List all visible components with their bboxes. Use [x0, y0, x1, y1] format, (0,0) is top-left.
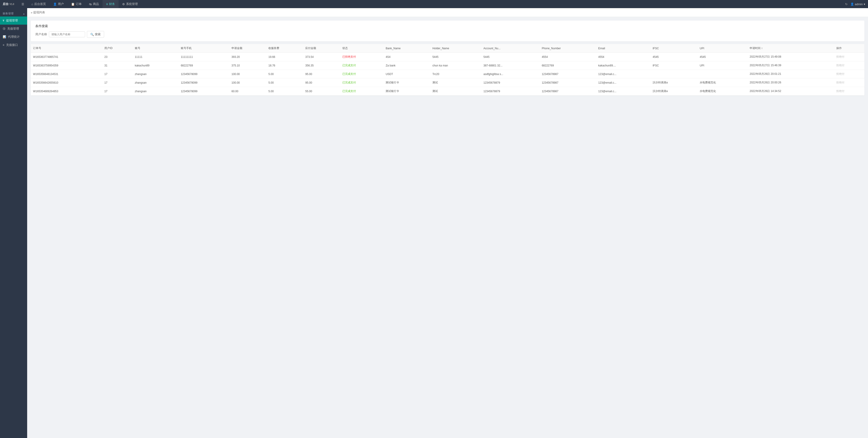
table-row: W165354689264853 17 zhangsan 12345678099…	[31, 87, 864, 96]
cell-status: 已完成支付	[340, 87, 383, 96]
api-icon: ≡	[3, 43, 4, 46]
nav-system[interactable]: ⚙ 系统管理	[119, 0, 142, 8]
cell-account: 11111	[133, 53, 179, 61]
admin-user-icon: 👤	[850, 2, 854, 6]
cell-bank-name: 4S4	[383, 53, 430, 61]
cell-apply-time: 2022年05月26日 20:00:26	[747, 78, 834, 87]
cell-ifsc: 沃尔特滴滴a	[650, 78, 698, 87]
nav-users[interactable]: 👤 用户	[50, 0, 67, 8]
cell-user-id: 17	[102, 87, 132, 96]
cell-payable: 95.00	[303, 70, 340, 78]
cell-phone: 12345678099	[179, 78, 229, 87]
cell-apply-amount: 393.20	[229, 53, 266, 61]
col-payable: 应付金额	[303, 44, 340, 53]
cell-account-no: 12345678879	[481, 78, 540, 87]
nav-orders[interactable]: 📋 订单	[67, 0, 85, 8]
cell-upi: UPI	[698, 61, 747, 70]
col-status: 状态	[340, 44, 383, 53]
cell-ifsc: IFSC	[650, 61, 698, 70]
cell-apply-time: 2022年05月27日 15:46:39	[747, 61, 834, 70]
cell-service-fee: 5.00	[266, 87, 303, 96]
cell-service-fee: 19.66	[266, 53, 303, 61]
col-phone-number: Phone_Number	[539, 44, 596, 53]
sidebar-item-recharge[interactable]: Ⓑ 充值管理	[0, 25, 27, 33]
action-link[interactable]: 拒绝付	[836, 90, 844, 93]
admin-info[interactable]: 👤 admin ▾	[850, 2, 865, 6]
sidebar-item-recharge-api[interactable]: ≡ 充值接口	[0, 41, 27, 49]
action-link[interactable]: 拒绝付	[836, 64, 844, 67]
top-nav: 后台 V1.0 ☰ ⌂ 后台首页 👤 用户 📋 订单 🛍 商品 ¥ 财务 ⚙ 系…	[0, 0, 868, 8]
cell-order-id: W165354689264853	[31, 87, 102, 96]
col-phone: 账号手机	[179, 44, 229, 53]
sidebar-item-withdrawal[interactable]: ¥ 提现管理	[0, 16, 27, 25]
search-button[interactable]: 🔍 搜索	[87, 31, 104, 38]
finance-icon: ¥	[106, 2, 108, 6]
cell-payable: 373.54	[303, 53, 340, 61]
cell-phone-number: 68222769	[539, 61, 596, 70]
user-icon: 👤	[53, 2, 57, 6]
app-version: V1.0	[9, 3, 14, 5]
content-area: 条件搜索 用户名称 🔍 搜索 订单号 用户ID	[27, 17, 868, 438]
cell-action: 拒绝付	[834, 61, 864, 70]
cell-apply-amount: 100.00	[229, 70, 266, 78]
cell-email: 4554	[596, 53, 650, 61]
col-service-fee: 收服务费	[266, 44, 303, 53]
cell-account-no: 387-68801 32...	[481, 61, 540, 70]
cell-order-id: W165363774865741	[31, 53, 102, 61]
breadcrumb-current: 提现列表	[33, 10, 45, 14]
cell-apply-time: 2022年05月26日 14:34:52	[747, 87, 834, 96]
refresh-icon[interactable]: ↻	[845, 2, 848, 6]
cell-service-fee: 18.76	[266, 61, 303, 70]
table-body: W165363774865741 23 11111 11111111 393.2…	[31, 53, 864, 96]
nav-goods[interactable]: 🛍 商品	[85, 0, 102, 8]
username-label: 用户名称	[35, 32, 47, 36]
col-order-id: 订单号	[31, 44, 102, 53]
sidebar: 财务管理 ▴ ¥ 提现管理 Ⓑ 充值管理 📊 代理统计 ≡ 充值接口	[0, 8, 27, 438]
col-ifsc: IFSC	[650, 44, 698, 53]
cell-user-id: 17	[102, 70, 132, 78]
chevron-up-icon: ▴	[23, 12, 25, 15]
col-account-no: Account_Nu...	[481, 44, 540, 53]
nav-home[interactable]: ⌂ 后台首页	[28, 0, 50, 8]
goods-icon: 🛍	[89, 2, 92, 6]
cell-phone: 11111111	[179, 53, 229, 61]
chevron-down-icon: ▾	[864, 2, 865, 6]
cell-upi: 水电费规范化	[698, 78, 747, 87]
breadcrumb: » 提现列表	[27, 8, 868, 17]
cell-holder-name: 5445	[430, 53, 481, 61]
col-email: Email	[596, 44, 650, 53]
nav-finance[interactable]: ¥ 财务	[102, 0, 118, 8]
chart-icon: 📊	[3, 35, 6, 38]
username-input[interactable]	[49, 31, 85, 37]
action-link[interactable]: 拒绝付	[836, 72, 844, 75]
cell-service-fee: 5.00	[266, 70, 303, 78]
sidebar-group-finance[interactable]: 财务管理 ▴	[0, 10, 27, 16]
cell-status: 已完成支付	[340, 61, 383, 70]
cell-order-id: W165356648134531	[31, 70, 102, 78]
search-card: 条件搜索 用户名称 🔍 搜索	[31, 21, 864, 41]
app-name: 后台	[3, 2, 9, 6]
action-link[interactable]: 拒绝付	[836, 55, 844, 58]
admin-label: admin	[855, 2, 863, 6]
search-btn-label: 搜索	[95, 32, 101, 36]
table-header-row: 订单号 用户ID 账号 账号手机 申请金额 收服务费 应付金额 状态 Bank_…	[31, 44, 864, 53]
nav-menu-toggle[interactable]: ☰	[18, 0, 28, 8]
table-card: 订单号 用户ID 账号 账号手机 申请金额 收服务费 应付金额 状态 Bank_…	[31, 44, 864, 96]
cell-bank-name: 测试银行卡	[383, 87, 430, 96]
sidebar-item-label: 充值接口	[6, 43, 18, 47]
cell-user-id: 23	[102, 53, 132, 61]
cell-phone: 12345678099	[179, 70, 229, 78]
col-action: 操作	[834, 44, 864, 53]
cell-account: zhangsan	[133, 70, 179, 78]
cell-service-fee: 5.00	[266, 78, 303, 87]
action-link[interactable]: 拒绝付	[836, 81, 844, 84]
cell-phone-number: 12345678987	[539, 70, 596, 78]
cell-account-no: 12345678879	[481, 87, 540, 96]
cell-action: 拒绝付	[834, 78, 864, 87]
cell-payable: 55.00	[303, 87, 340, 96]
sidebar-item-agent-stats[interactable]: 📊 代理统计	[0, 33, 27, 41]
cell-holder-name: chun ka man	[430, 61, 481, 70]
cell-apply-time: 2022年05月26日 20:01:21	[747, 70, 834, 78]
main-layout: 财务管理 ▴ ¥ 提现管理 Ⓑ 充值管理 📊 代理统计 ≡ 充值接口 » 提现列…	[0, 8, 868, 438]
cell-holder-name: 测试	[430, 87, 481, 96]
